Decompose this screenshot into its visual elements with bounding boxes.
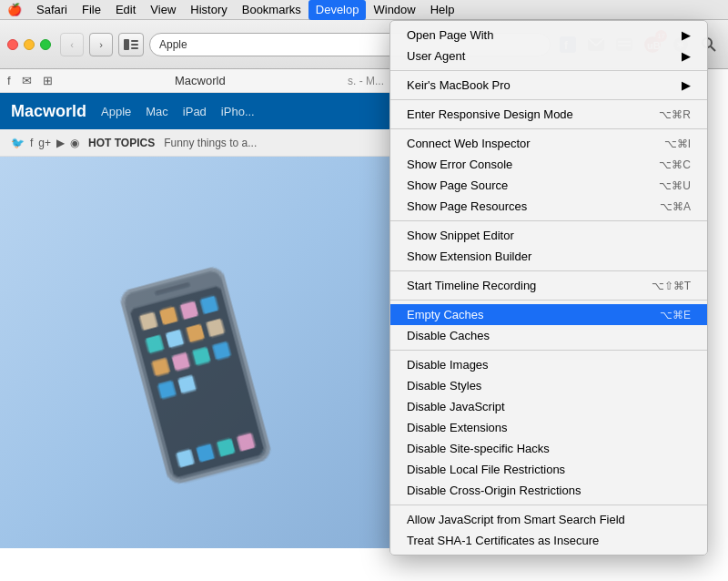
develop-menu-trigger[interactable]: Develop [308,0,367,20]
play-icon[interactable]: ▶ [56,137,65,149]
site-url-partial: s. - M... [348,75,384,87]
develop-dropdown: Open Page With ▶ User Agent ▶ Keir's Mac… [389,20,708,556]
file-menu[interactable]: File [75,0,108,20]
submenu-arrow-user-agent: ▶ [682,49,691,63]
social-icons: 🐦 f g+ ▶ ◉ [11,137,79,149]
menu-label-error-console: Show Error Console [407,158,641,171]
gplus-icon[interactable]: g+ [38,137,51,149]
hot-topics-text: Funny things to a... [164,137,257,149]
menu-page-source[interactable]: Show Page Source ⌥⌘U [390,175,707,196]
separator-4 [390,220,707,221]
site-content: f ✉ ⊞ Macworld s. - M... Macworld Apple … [0,69,391,581]
svg-rect-1 [131,40,138,42]
menu-label-user-agent: User Agent [407,49,672,63]
menu-connect-inspector[interactable]: Connect Web Inspector ⌥⌘I [390,133,707,154]
separator-1 [390,70,707,71]
menu-open-page-with[interactable]: Open Page With ▶ [390,25,707,46]
menu-disable-javascript[interactable]: Disable JavaScript [390,396,707,417]
edit-menu[interactable]: Edit [108,0,143,20]
svg-rect-3 [131,47,138,49]
view-menu[interactable]: View [143,0,183,20]
menu-disable-cross-origin[interactable]: Disable Cross-Origin Restrictions [390,480,707,501]
svg-line-15 [711,46,715,51]
history-menu[interactable]: History [183,0,234,20]
menu-treat-sha1[interactable]: Treat SHA-1 Certificates as Insecure [390,530,707,551]
menu-label-keirs-macbook: Keir's MacBook Pro [407,78,672,92]
address-text: Apple [159,38,187,51]
menu-label-treat-sha1: Treat SHA-1 Certificates as Insecure [407,534,691,547]
menu-disable-site-hacks[interactable]: Disable Site-specific Hacks [390,438,707,459]
shortcut-page-source: ⌥⌘U [659,179,691,192]
menu-error-console[interactable]: Show Error Console ⌥⌘C [390,154,707,175]
submenu-arrow-macbook: ▶ [682,78,691,92]
nav-mac[interactable]: Mac [146,105,168,118]
menu-label-empty-caches: Empty Caches [407,308,642,321]
menu-disable-local-restrictions[interactable]: Disable Local File Restrictions [390,459,707,480]
minimize-button[interactable] [24,39,35,50]
menu-page-resources[interactable]: Show Page Resources ⌥⌘A [390,196,707,217]
menu-keirs-macbook[interactable]: Keir's MacBook Pro ▶ [390,75,707,96]
menu-label-disable-styles: Disable Styles [407,379,691,392]
menu-label-connect-inspector: Connect Web Inspector [407,137,646,150]
topics-bar: 🐦 f g+ ▶ ◉ HOT TOPICS Funny things to a.… [0,129,391,157]
svg-rect-0 [124,39,129,50]
rss-icon[interactable]: ◉ [70,137,79,149]
nav-apple[interactable]: Apple [101,105,131,118]
menu-label-disable-local-restrictions: Disable Local File Restrictions [407,463,691,476]
menu-disable-images[interactable]: Disable Images [390,354,707,375]
menu-label-extension-builder: Show Extension Builder [407,250,691,263]
menu-disable-caches[interactable]: Disable Caches [390,325,707,346]
submenu-arrow-open-page: ▶ [682,28,691,42]
menu-label-page-source: Show Page Source [407,178,641,192]
window-menu[interactable]: Window [366,0,422,20]
menu-extension-builder[interactable]: Show Extension Builder [390,246,707,267]
separator-7 [390,350,707,351]
menu-responsive-design[interactable]: Enter Responsive Design Mode ⌥⌘R [390,104,707,125]
menu-allow-js-smart[interactable]: Allow JavaScript from Smart Search Field [390,509,707,530]
fb-icon[interactable]: f [30,137,33,149]
nav-ipad[interactable]: iPad [183,105,207,118]
menu-snippet-editor[interactable]: Show Snippet Editor [390,225,707,246]
forward-button[interactable]: › [89,33,113,56]
shortcut-page-resources: ⌥⌘A [660,200,691,213]
separator-6 [390,300,707,301]
back-button[interactable]: ‹ [60,33,84,56]
separator-8 [390,505,707,505]
menu-label-disable-javascript: Disable JavaScript [407,400,691,413]
menu-label-disable-caches: Disable Caches [407,329,691,342]
bookmark-mail[interactable]: ✉ [22,74,32,87]
site-title-bar: Macworld [64,74,337,87]
menu-label-allow-js-smart: Allow JavaScript from Smart Search Field [407,513,691,526]
menu-timeline-recording[interactable]: Start Timeline Recording ⌥⇧⌘T [390,275,707,296]
shortcut-timeline-recording: ⌥⇧⌘T [652,280,691,292]
menubar: 🍎 Safari File Edit View History Bookmark… [0,0,728,20]
shortcut-empty-caches: ⌥⌘E [660,309,691,321]
menu-label-disable-extensions: Disable Extensions [407,421,691,434]
close-button[interactable] [7,39,18,50]
separator-5 [390,270,707,271]
menu-user-agent[interactable]: User Agent ▶ [390,46,707,66]
sidebar-toggle-button[interactable] [118,33,144,56]
menu-label-disable-cross-origin: Disable Cross-Origin Restrictions [407,484,691,497]
separator-2 [390,99,707,100]
hero-image: 📱 [0,157,391,548]
menu-empty-caches[interactable]: Empty Caches ⌥⌘E [390,304,707,325]
menu-disable-styles[interactable]: Disable Styles [390,375,707,396]
safari-menu[interactable]: Safari [29,0,75,20]
bookmark-tab[interactable]: ⊞ [43,74,53,87]
menu-label-responsive-design: Enter Responsive Design Mode [407,107,641,121]
svg-rect-2 [131,44,138,46]
site-nav: Macworld Apple Mac iPad iPho... [0,93,391,129]
menu-label-open-page-with: Open Page With [407,28,672,42]
bookmarks-menu[interactable]: Bookmarks [235,0,308,20]
twitter-icon[interactable]: 🐦 [11,137,25,149]
fullscreen-button[interactable] [40,39,51,50]
apple-menu-icon[interactable]: 🍎 [0,0,29,20]
nav-iphone[interactable]: iPho... [221,105,255,118]
bookmark-fb[interactable]: f [7,74,11,87]
menu-disable-extensions[interactable]: Disable Extensions [390,417,707,438]
help-menu[interactable]: Help [423,0,462,20]
menu-label-disable-site-hacks: Disable Site-specific Hacks [407,442,691,455]
separator-3 [390,128,707,129]
menu-label-timeline-recording: Start Timeline Recording [407,279,633,292]
